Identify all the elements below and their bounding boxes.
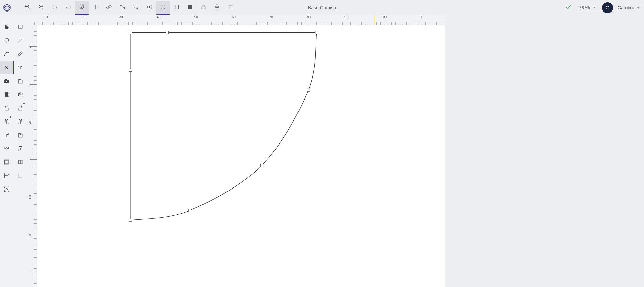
pencil-tool[interactable] [14,47,27,61]
delete-button[interactable] [224,1,237,15]
vest-icon [3,118,10,125]
app-logo[interactable] [3,3,11,12]
ruler-label: 40 [28,119,32,125]
shirt2-tool[interactable] [14,101,27,115]
toolbar-buttons [21,1,237,15]
pants-tool[interactable] [14,142,27,155]
shirt3-tool[interactable] [0,115,14,128]
ruler-icon [105,4,112,10]
scan-tool[interactable] [0,182,14,196]
zoom-out-button[interactable] [34,1,48,15]
pointer-icon [3,23,10,30]
garment-outline-tool[interactable] [14,74,27,88]
svg-rect-47 [19,174,22,177]
shape-handle[interactable] [129,219,132,222]
app-root: Base Camisa 100% C Caroline T [0,0,644,287]
rectangle-icon [17,23,24,30]
shape-handle[interactable] [261,164,263,167]
zoom-value: 100% [578,5,590,10]
print-icon [214,4,220,10]
zoom-in-button[interactable] [21,1,34,15]
plus-icon [92,4,99,10]
shirt4-tool[interactable] [14,115,27,128]
avatar-initial: C [606,5,609,10]
curve-in-icon [119,4,126,10]
user-avatar[interactable]: C [602,2,613,13]
shape-handle[interactable] [129,31,132,34]
svg-point-48 [6,189,8,190]
shirt1-tool[interactable] [0,101,14,115]
svg-rect-22 [188,7,192,9]
indicator-dot [10,116,11,118]
undo-icon [51,4,58,10]
svg-rect-34 [18,25,22,28]
document-title[interactable]: Base Camisa [308,5,336,10]
svg-point-43 [18,93,22,94]
shape-handle[interactable] [166,31,169,34]
snap-button[interactable] [75,1,89,15]
collar-tool[interactable] [14,128,27,142]
garment-outline-icon [17,78,24,84]
pattern-shape[interactable] [130,32,317,220]
refresh-icon [160,4,166,10]
grade-icon [3,159,10,165]
curve-tool[interactable] [0,47,14,61]
shape-handle[interactable] [315,31,318,34]
zoom-dropdown[interactable]: 100% [576,4,597,11]
circle-tool[interactable] [0,34,14,47]
drawing-canvas[interactable] [37,25,445,287]
shape-handle[interactable] [129,69,132,71]
user-name-label: Caroline [618,5,635,10]
svg-line-8 [42,8,44,9]
close-shape-tool[interactable] [0,61,14,74]
tape-icon [17,91,24,98]
collar-icon [17,132,24,138]
measure-button[interactable] [102,1,116,15]
export-tool[interactable] [14,169,27,182]
chevron-down-icon [637,6,640,9]
chart-tool[interactable] [0,169,14,182]
ghost-icon [200,4,207,10]
layout-tool[interactable] [14,155,27,169]
pencil-icon [17,50,24,57]
select-area-button[interactable] [143,1,156,15]
print-button[interactable] [210,1,224,15]
text-icon: T [17,64,24,71]
text-tool[interactable]: T [14,61,27,74]
zoom-in-icon [24,4,31,10]
tape-tool[interactable] [14,88,27,101]
sleeve-tool[interactable] [0,128,14,142]
undo-button[interactable] [48,1,62,15]
redo-button[interactable] [62,1,75,15]
topbar-right-cluster: 100% C Caroline [565,0,640,15]
line-tool[interactable] [14,34,27,47]
svg-line-36 [18,38,22,42]
ruler-label: 20 [28,43,32,49]
select-tool[interactable] [0,20,14,34]
x-icon [3,64,10,71]
user-menu[interactable]: Caroline [618,5,640,10]
ghost-button[interactable] [197,1,210,15]
logo-icon [3,3,11,12]
layers-button[interactable] [183,1,197,15]
svg-point-44 [20,93,21,94]
curve2-button[interactable] [129,1,143,15]
mirror-button[interactable] [170,1,183,15]
chart-icon [3,172,10,179]
shape-handle[interactable] [307,89,310,91]
curve-icon [3,50,10,57]
add-point-button[interactable] [89,1,102,15]
mirror-icon [173,4,180,10]
bodice-tool[interactable] [0,88,14,101]
refresh-button[interactable] [156,1,170,15]
bra-tool[interactable] [0,142,14,155]
shape-handle[interactable] [188,209,191,212]
svg-rect-28 [229,6,232,9]
grade-tool[interactable] [0,155,14,169]
curve1-button[interactable] [116,1,129,15]
canvas-svg [37,25,445,287]
redo-icon [65,4,72,10]
h-cursor-indicator [374,15,374,25]
rectangle-tool[interactable] [14,20,27,34]
camera-tool[interactable] [0,74,14,88]
